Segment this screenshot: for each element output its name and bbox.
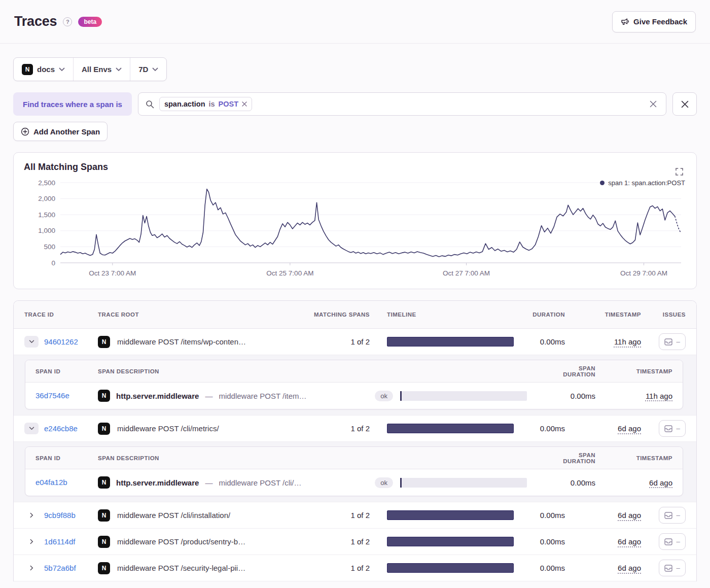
nextjs-icon: N (98, 476, 110, 489)
collapse-row-button[interactable] (24, 336, 39, 348)
svg-text:1,500: 1,500 (38, 211, 55, 219)
span-description-text: middleware POST /item… (219, 392, 369, 400)
token-operator: is (209, 100, 215, 108)
matching-spans-count: 1 of 2 (309, 537, 370, 546)
col-header-issues: ISSUES (641, 312, 686, 318)
issues-button[interactable]: – (659, 507, 686, 524)
environment-selector[interactable]: All Envs (73, 58, 130, 81)
issues-button[interactable]: – (659, 333, 686, 350)
matching-spans-count: 1 of 2 (309, 337, 370, 346)
span-operation: http.server.middleware (116, 478, 199, 487)
trace-row[interactable]: 94601262 N middleware POST /items/wp-con… (14, 329, 696, 355)
close-icon (650, 100, 657, 108)
filter-token-span-action[interactable]: span.action is POST (159, 97, 252, 111)
issues-icon (664, 538, 672, 545)
trace-root-text: middleware POST /product/sentry-b… (117, 537, 245, 546)
expand-chart-button[interactable] (673, 166, 685, 178)
matching-spans-chart-card: All Matching Spans span 1: span.action:P… (13, 152, 697, 289)
col-header-span-timestamp: TIMESTAMP (595, 455, 672, 461)
col-header-span-duration: SPAN DURATION (547, 452, 595, 464)
issues-button[interactable]: – (659, 560, 686, 576)
trace-id-link[interactable]: 9cb9f88b (44, 511, 76, 520)
span-table-header: SPAN ID SPAN DESCRIPTION SPAN DURATION T… (25, 447, 683, 469)
col-header-span-duration: SPAN DURATION (547, 365, 595, 377)
nextjs-icon: N (98, 536, 110, 548)
traces-table-header: TRACE ID TRACE ROOT MATCHING SPANS TIMEL… (14, 301, 696, 329)
trace-row[interactable]: e246cb8e N middleware POST /cli/metrics/… (14, 416, 696, 442)
col-header-span-id: SPAN ID (36, 368, 98, 374)
remove-span-condition-button[interactable] (672, 92, 697, 116)
col-header-timestamp: TIMESTAMP (565, 312, 641, 318)
chevron-down-icon (29, 340, 34, 343)
separator-dash: — (205, 478, 212, 487)
trace-duration: 0.00ms (517, 337, 565, 346)
give-feedback-button[interactable]: Give Feedback (612, 11, 696, 32)
col-header-timeline: TIMELINE (370, 312, 517, 318)
page-filter-bar: N docs All Envs 7D (13, 57, 167, 81)
megaphone-icon (621, 17, 629, 26)
traces-table: TRACE ID TRACE ROOT MATCHING SPANS TIMEL… (13, 300, 697, 581)
separator-dash: — (205, 392, 212, 400)
close-icon (681, 100, 689, 108)
legend-label: span 1: span.action:POST (608, 179, 685, 187)
issues-icon (664, 565, 672, 572)
clear-search-button[interactable] (648, 98, 659, 110)
trace-timeline-bar (387, 424, 514, 433)
span-duration: 0.00ms (547, 392, 595, 400)
span-status-badge: ok (375, 477, 393, 488)
issues-count: – (677, 338, 680, 345)
issues-icon (664, 512, 672, 519)
trace-id-link[interactable]: 1d6114df (44, 537, 75, 546)
svg-text:Oct 23 7:00 AM: Oct 23 7:00 AM (89, 269, 136, 277)
trace-timestamp[interactable]: 6d ago (618, 537, 641, 546)
expand-row-button[interactable] (24, 539, 39, 544)
col-header-span-description: SPAN DESCRIPTION (98, 455, 400, 461)
trace-root-text: middleware POST /cli/installation/ (117, 511, 230, 520)
span-operation: http.server.middleware (116, 392, 199, 400)
token-remove-icon[interactable] (242, 101, 247, 107)
trace-timestamp[interactable]: 6d ago (618, 564, 641, 572)
span-timeline-marker (400, 391, 402, 401)
date-range-selector[interactable]: 7D (130, 58, 166, 81)
help-icon[interactable]: ? (63, 17, 72, 26)
span-timestamp[interactable]: 6d ago (649, 478, 672, 487)
nextjs-icon: N (98, 509, 110, 522)
issues-button[interactable]: – (659, 533, 686, 550)
span-id-link[interactable]: 36d7546e (36, 391, 69, 400)
expand-row-button[interactable] (24, 512, 39, 518)
add-another-span-button[interactable]: Add Another Span (13, 122, 108, 141)
chart-legend-item[interactable]: span 1: span.action:POST (600, 179, 685, 187)
span-search-input[interactable]: span.action is POST (138, 92, 666, 116)
trace-root-text: middleware POST /cli/metrics/ (117, 424, 219, 433)
date-range-label: 7D (138, 65, 148, 74)
trace-timeline-bar (387, 537, 514, 546)
span-timestamp[interactable]: 11h ago (646, 392, 672, 400)
trace-timeline-bar (387, 510, 514, 520)
trace-row[interactable]: 9cb9f88b N middleware POST /cli/installa… (14, 502, 696, 529)
collapse-row-button[interactable] (24, 423, 39, 434)
fullscreen-icon (676, 168, 683, 176)
trace-timestamp[interactable]: 6d ago (618, 424, 641, 433)
trace-timestamp[interactable]: 6d ago (618, 511, 641, 520)
issues-button[interactable]: – (659, 420, 686, 437)
span-row[interactable]: 36d7546e N http.server.middleware — midd… (25, 383, 683, 409)
beta-badge: beta (78, 17, 102, 27)
expand-row-button[interactable] (24, 565, 39, 571)
trace-row[interactable]: 1d6114df N middleware POST /product/sent… (14, 529, 696, 555)
span-row[interactable]: e04fa12b N http.server.middleware — midd… (25, 469, 683, 496)
trace-row[interactable]: 5b72a6bf N middleware POST /security-leg… (14, 555, 696, 581)
svg-text:Oct 29 7:00 AM: Oct 29 7:00 AM (620, 269, 667, 277)
svg-text:2,500: 2,500 (38, 179, 55, 187)
span-id-link[interactable]: e04fa12b (36, 478, 67, 487)
trace-id-link[interactable]: e246cb8e (44, 424, 78, 433)
trace-id-link[interactable]: 5b72a6bf (44, 564, 76, 572)
trace-root-text: middleware POST /items/wp-conten… (117, 337, 246, 346)
trace-timestamp[interactable]: 11h ago (614, 337, 641, 346)
span-status-badge: ok (375, 391, 393, 401)
spans-line-chart: 05001,0001,5002,0002,500Oct 23 7:00 AMOc… (24, 178, 686, 282)
trace-id-link[interactable]: 94601262 (44, 337, 78, 346)
expanded-spans-region: SPAN ID SPAN DESCRIPTION SPAN DURATION T… (14, 442, 696, 502)
trace-timeline-bar (387, 337, 514, 347)
issues-count: – (677, 425, 680, 432)
project-selector[interactable]: N docs (14, 58, 73, 81)
